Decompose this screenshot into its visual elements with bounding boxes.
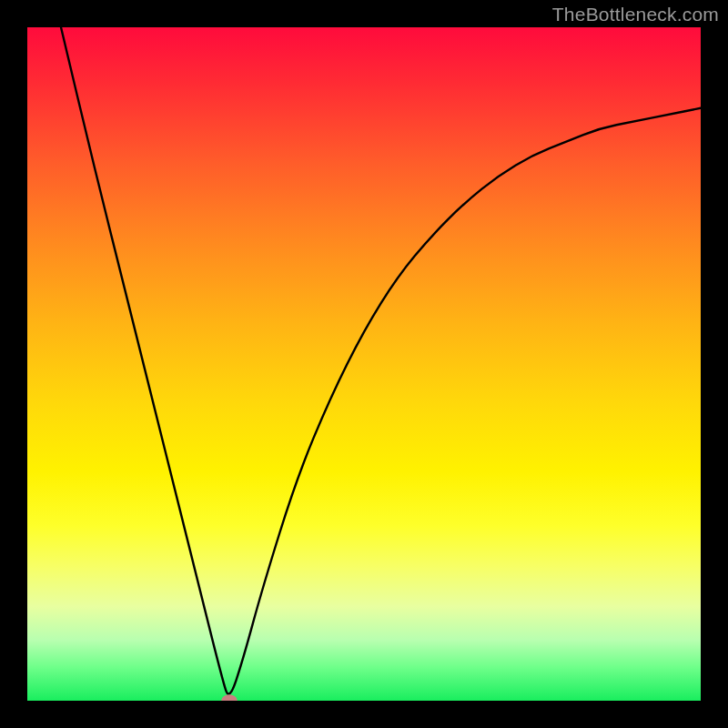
watermark-label: TheBottleneck.com (552, 4, 719, 25)
bottleneck-curve (61, 27, 701, 694)
minimum-marker (221, 694, 238, 701)
curve-svg (27, 27, 701, 701)
chart-frame: TheBottleneck.com (0, 0, 728, 728)
plot-area (27, 27, 701, 701)
